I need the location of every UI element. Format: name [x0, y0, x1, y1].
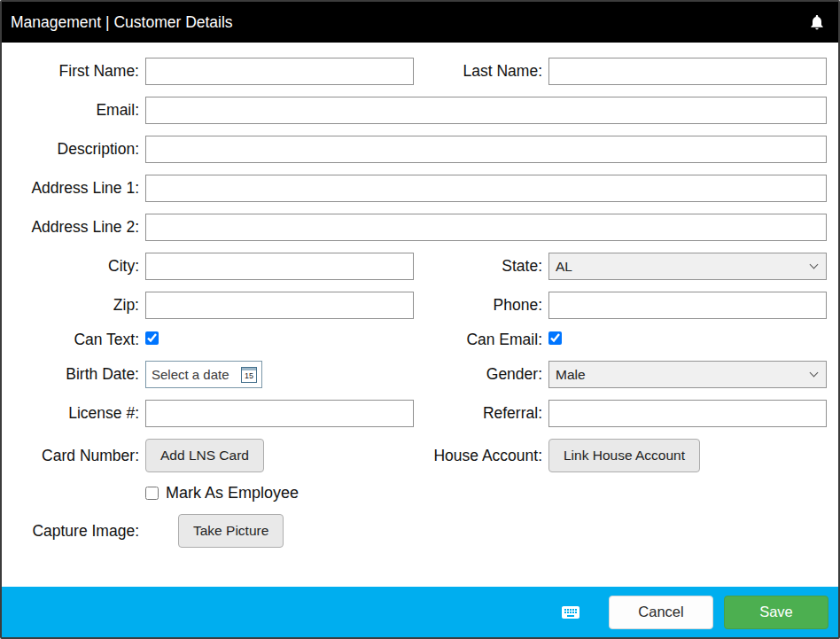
keyboard-icon[interactable] [557, 602, 584, 623]
house-account-label: House Account: [414, 447, 548, 465]
birth-date-label: Birth Date: [2, 365, 145, 384]
phone-input[interactable] [548, 292, 827, 319]
email-input[interactable] [145, 97, 827, 124]
form-row-employee: Mark As Employee [2, 484, 838, 503]
address-line-1-input[interactable] [145, 175, 827, 202]
cancel-button[interactable]: Cancel [609, 596, 713, 629]
can-email-label: Can Email: [414, 331, 548, 349]
can-text-label: Can Text: [2, 331, 145, 349]
form-row-address1: Address Line 1: [2, 175, 838, 202]
city-input[interactable] [145, 253, 414, 280]
link-house-account-button[interactable]: Link House Account [548, 439, 700, 472]
form-row-capture: Capture Image: Take Picture [2, 514, 838, 548]
card-number-label: Card Number: [2, 447, 145, 465]
form-row-name: First Name: Last Name: [2, 58, 838, 85]
save-button[interactable]: Save [724, 596, 828, 629]
phone-label: Phone: [414, 296, 548, 315]
license-label: License #: [2, 404, 145, 423]
gender-select[interactable]: Male [548, 361, 827, 388]
first-name-input[interactable] [145, 58, 414, 85]
customer-form: First Name: Last Name: Email: Descriptio… [2, 43, 838, 587]
last-name-label: Last Name: [414, 62, 548, 81]
city-label: City: [2, 257, 145, 276]
email-label: Email: [2, 101, 145, 120]
calendar-icon-day: 15 [245, 370, 253, 382]
description-input[interactable] [145, 136, 827, 163]
footer-bar: Cancel Save [2, 587, 838, 637]
titlebar: Management | Customer Details [2, 2, 838, 43]
can-text-checkbox[interactable] [145, 331, 159, 345]
chevron-down-icon [810, 369, 819, 378]
address-line-1-label: Address Line 1: [2, 179, 145, 198]
chevron-down-icon [810, 261, 819, 269]
state-label: State: [414, 257, 548, 276]
bell-icon[interactable] [808, 12, 826, 32]
zip-input[interactable] [145, 292, 414, 319]
form-row-birth-gender: Birth Date: Select a date 15 Gender: Mal… [2, 361, 838, 388]
state-select[interactable]: AL [548, 253, 827, 280]
state-select-value: AL [556, 259, 572, 275]
form-row-card-house: Card Number: Add LNS Card House Account:… [2, 439, 838, 472]
page-title: Management | Customer Details [11, 13, 233, 32]
mark-as-employee-label: Mark As Employee [166, 484, 299, 503]
last-name-input[interactable] [548, 58, 827, 85]
birth-date-picker[interactable]: Select a date 15 [145, 361, 262, 388]
gender-label: Gender: [414, 365, 548, 384]
mark-as-employee-checkbox[interactable] [145, 487, 159, 500]
first-name-label: First Name: [2, 62, 145, 81]
calendar-icon-header [242, 368, 256, 370]
form-row-email: Email: [2, 97, 838, 124]
birth-date-placeholder: Select a date [152, 367, 229, 382]
form-row-contact-prefs: Can Text: Can Email: [2, 331, 838, 349]
address-line-2-label: Address Line 2: [2, 218, 145, 237]
gender-select-value: Male [556, 367, 586, 383]
capture-image-label: Capture Image: [2, 522, 145, 541]
form-row-city-state: City: State: AL [2, 253, 838, 280]
address-line-2-input[interactable] [145, 214, 827, 241]
form-row-address2: Address Line 2: [2, 214, 838, 241]
form-row-license-referral: License #: Referral: [2, 400, 838, 427]
customer-details-window: Management | Customer Details First Name… [0, 0, 840, 639]
add-lns-card-button[interactable]: Add LNS Card [145, 439, 264, 472]
calendar-icon[interactable]: 15 [241, 367, 257, 383]
zip-label: Zip: [2, 296, 145, 315]
referral-label: Referral: [414, 404, 548, 423]
take-picture-button[interactable]: Take Picture [178, 514, 284, 548]
can-email-checkbox[interactable] [548, 331, 562, 345]
license-input[interactable] [145, 400, 414, 427]
form-row-zip-phone: Zip: Phone: [2, 292, 838, 319]
referral-input[interactable] [548, 400, 827, 427]
description-label: Description: [2, 140, 145, 159]
form-row-description: Description: [2, 136, 838, 163]
